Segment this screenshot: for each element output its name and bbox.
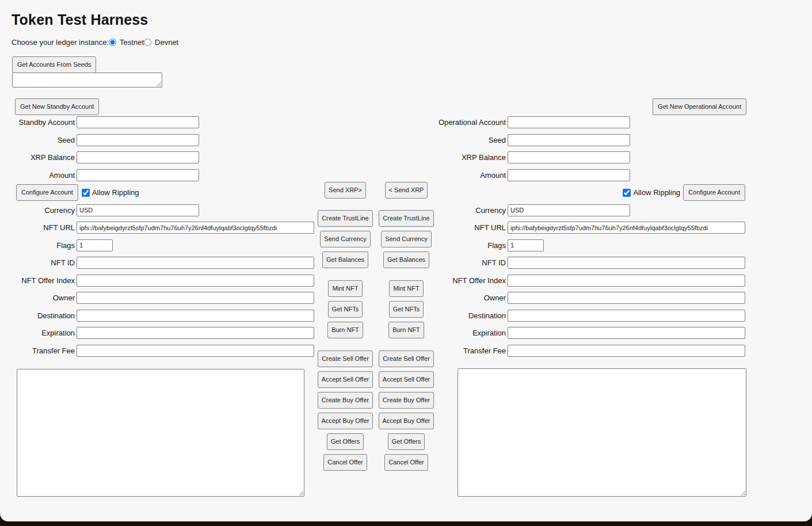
- get-offers-standby-button[interactable]: Get Offers: [327, 433, 364, 450]
- standby-flags-label: Flags: [0, 241, 77, 250]
- standby-owner-label: Owner: [0, 294, 77, 302]
- get-balances-operational-button[interactable]: Get Balances: [383, 251, 429, 268]
- operational-nft-id-input[interactable]: [508, 257, 745, 269]
- operational-nft-id-row: NFT ID: [431, 257, 745, 269]
- standby-nft-url-row: NFT URL: [0, 222, 322, 234]
- send-xrp-to-standby-button[interactable]: < Send XRP: [385, 182, 428, 199]
- operational-flags-label: Flags: [431, 241, 508, 250]
- standby-destination-input[interactable]: [77, 310, 314, 322]
- standby-expiration-input[interactable]: [77, 327, 314, 339]
- operational-nft-offer-index-label: NFT Offer Index: [431, 276, 508, 285]
- operational-transfer-fee-input[interactable]: [508, 345, 745, 357]
- create-buy-offer-operational-button[interactable]: Create Buy Offer: [379, 392, 434, 409]
- send-xrp-to-operational-button[interactable]: Send XRP>: [325, 182, 366, 199]
- mint-nft-standby-button[interactable]: Mint NFT: [328, 280, 362, 297]
- operational-allow-rippling-label: Allow Rippling: [633, 188, 680, 197]
- operational-flags-input[interactable]: [508, 239, 544, 251]
- standby-transfer-fee-row: Transfer Fee: [0, 345, 322, 357]
- operational-seed-input[interactable]: [508, 134, 630, 146]
- standby-nft-id-label: NFT ID: [0, 258, 77, 267]
- accept-sell-offer-operational-button[interactable]: Accept Sell Offer: [379, 371, 434, 388]
- standby-xrp-balance-label: XRP Balance: [0, 153, 77, 162]
- operational-expiration-input[interactable]: [508, 327, 745, 339]
- operational-owner-input[interactable]: [508, 292, 745, 304]
- accept-buy-offer-operational-button[interactable]: Accept Buy Offer: [379, 413, 434, 429]
- operational-currency-input[interactable]: [508, 204, 630, 216]
- cancel-offer-standby-button[interactable]: Cancel Offer: [323, 454, 367, 471]
- operational-currency-row: Currency: [431, 204, 745, 216]
- standby-seed-row: Seed: [0, 134, 322, 146]
- create-trustline-operational-button[interactable]: Create TrustLine: [379, 210, 433, 227]
- standby-nft-offer-index-label: NFT Offer Index: [0, 276, 77, 285]
- operational-allow-rippling-checkbox[interactable]: [623, 189, 631, 197]
- operational-actions-column: < Send XRP Create TrustLine Send Currenc…: [379, 182, 434, 471]
- standby-flags-row: Flags: [0, 239, 322, 251]
- standby-owner-input[interactable]: [77, 292, 314, 304]
- operational-account-input[interactable]: [508, 116, 630, 128]
- operational-configure-row: Allow Rippling Configure Account: [431, 186, 745, 199]
- standby-flags-input[interactable]: [77, 239, 113, 251]
- standby-nft-url-input[interactable]: [77, 222, 314, 234]
- standby-xrp-balance-input[interactable]: [77, 151, 199, 163]
- get-balances-standby-button[interactable]: Get Balances: [322, 251, 368, 268]
- standby-nft-offer-index-input[interactable]: [77, 275, 314, 287]
- operational-owner-label: Owner: [431, 294, 508, 302]
- get-new-standby-account-button[interactable]: Get New Standby Account: [15, 98, 99, 115]
- operational-seed-row: Seed: [431, 134, 745, 146]
- standby-account-input[interactable]: [77, 116, 199, 128]
- standby-amount-label: Amount: [0, 171, 77, 180]
- operational-nft-offer-index-input[interactable]: [508, 275, 745, 287]
- standby-nft-offer-index-row: NFT Offer Index: [0, 275, 322, 287]
- standby-transfer-fee-label: Transfer Fee: [0, 346, 77, 355]
- standby-amount-row: Amount: [0, 169, 322, 181]
- get-accounts-from-seeds-button[interactable]: Get Accounts From Seeds: [12, 56, 96, 73]
- mint-nft-operational-button[interactable]: Mint NFT: [389, 280, 423, 297]
- operational-xrp-balance-input[interactable]: [508, 151, 630, 163]
- accept-sell-offer-standby-button[interactable]: Accept Sell Offer: [318, 371, 373, 388]
- standby-owner-row: Owner: [0, 292, 322, 304]
- operational-configure-account-button[interactable]: Configure Account: [683, 184, 745, 201]
- operational-nft-offer-index-row: NFT Offer Index: [431, 275, 745, 287]
- standby-allow-rippling-checkbox[interactable]: [82, 189, 90, 197]
- operational-xrp-balance-row: XRP Balance: [431, 151, 745, 163]
- operational-xrp-balance-label: XRP Balance: [431, 153, 508, 162]
- accept-buy-offer-standby-button[interactable]: Accept Buy Offer: [318, 413, 373, 429]
- get-new-operational-account-button[interactable]: Get New Operational Account: [653, 98, 746, 115]
- standby-nft-id-input[interactable]: [77, 257, 314, 269]
- operational-amount-input[interactable]: [508, 169, 630, 181]
- send-currency-operational-button[interactable]: Send Currency: [381, 231, 431, 247]
- devnet-radio[interactable]: [144, 39, 151, 46]
- standby-amount-input[interactable]: [77, 169, 199, 181]
- create-buy-offer-standby-button[interactable]: Create Buy Offer: [318, 392, 373, 409]
- operational-nft-url-input[interactable]: [508, 222, 745, 234]
- get-nfts-operational-button[interactable]: Get NFTs: [389, 301, 424, 318]
- standby-account-label: Standby Account: [0, 118, 77, 127]
- standby-configure-account-button[interactable]: Configure Account: [16, 184, 78, 201]
- operational-destination-input[interactable]: [508, 310, 745, 322]
- get-offers-operational-button[interactable]: Get Offers: [388, 433, 425, 450]
- operational-nft-url-row: NFT URL: [431, 222, 745, 234]
- create-trustline-standby-button[interactable]: Create TrustLine: [318, 210, 372, 227]
- testnet-radio-label: Testnet: [120, 38, 144, 47]
- create-sell-offer-standby-button[interactable]: Create Sell Offer: [318, 350, 373, 367]
- standby-seed-input[interactable]: [77, 134, 199, 146]
- standby-actions-column: Send XRP> Create TrustLine Send Currency…: [318, 182, 373, 471]
- operational-transfer-fee-label: Transfer Fee: [431, 346, 508, 355]
- send-currency-standby-button[interactable]: Send Currency: [320, 231, 370, 247]
- create-sell-offer-operational-button[interactable]: Create Sell Offer: [379, 350, 434, 367]
- standby-account-row: Standby Account: [0, 116, 322, 128]
- testnet-radio[interactable]: [109, 39, 116, 46]
- cancel-offer-operational-button[interactable]: Cancel Offer: [384, 454, 428, 471]
- seeds-textarea[interactable]: [12, 73, 162, 87]
- ledger-instance-chooser: Choose your ledger instance: Testnet Dev…: [12, 37, 178, 47]
- operational-results-textarea[interactable]: [458, 368, 746, 497]
- burn-nft-standby-button[interactable]: Burn NFT: [327, 322, 363, 338]
- ledger-instance-label: Choose your ledger instance:: [12, 38, 109, 47]
- standby-transfer-fee-input[interactable]: [77, 345, 314, 357]
- burn-nft-operational-button[interactable]: Burn NFT: [388, 322, 424, 338]
- standby-results-textarea[interactable]: [17, 369, 304, 497]
- get-nfts-standby-button[interactable]: Get NFTs: [328, 301, 363, 318]
- standby-fields: Standby Account Seed XRP Balance Amount …: [0, 116, 322, 357]
- standby-currency-input[interactable]: [77, 204, 199, 216]
- standby-expiration-label: Expiration: [0, 329, 77, 337]
